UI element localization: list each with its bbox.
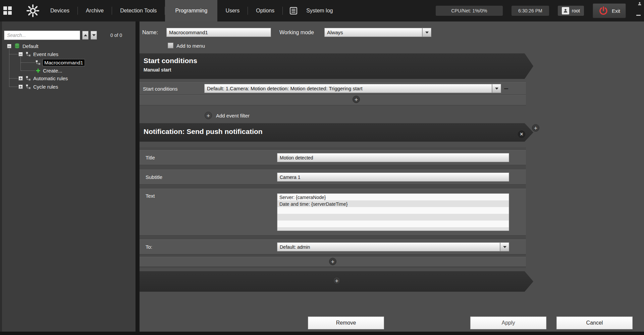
tree-guide — [9, 54, 18, 54]
exit-button[interactable]: Exit — [593, 3, 626, 18]
chevron-down-icon — [503, 246, 506, 248]
to-field-label: To: — [146, 244, 152, 250]
menu-devices[interactable]: Devices — [42, 8, 77, 14]
menu-separator — [282, 7, 283, 15]
working-mode-value[interactable] — [324, 28, 422, 37]
text-input[interactable]: Server: {cameraNode} Date and time: {ser… — [277, 193, 509, 231]
tree-item-label[interactable]: Event rules — [33, 51, 58, 57]
tree-item-label[interactable]: Automatic rules — [33, 76, 68, 81]
add-condition-row — [140, 95, 526, 105]
object-tree: Default Event rules Macrocommand1 — [0, 21, 136, 332]
app-window: Devices Archive Detection Tools Programm… — [0, 0, 644, 335]
chevron-down-icon — [495, 88, 498, 90]
cancel-button[interactable]: Cancel — [556, 317, 633, 329]
tree-item-create[interactable]: Create... — [36, 67, 62, 74]
topbar-status-cluster: CPU/Net: 1%/0% 6:30:26 PM root Exit — [436, 3, 626, 18]
tree-item-label[interactable]: Create... — [43, 68, 62, 74]
tree-collapse-toggle[interactable] — [18, 52, 23, 56]
add-event-filter-label[interactable]: Add event filter — [216, 113, 250, 118]
start-condition-value[interactable] — [204, 84, 492, 93]
to-value[interactable] — [277, 242, 500, 251]
name-label: Name: — [142, 30, 158, 36]
start-condition-dropdown[interactable] — [204, 84, 501, 93]
cpu-net-indicator: CPU/Net: 1%/0% — [436, 6, 503, 16]
start-conditions-banner: Start conditions Manual start — [140, 53, 533, 79]
user-icon — [562, 7, 569, 14]
session-user-icon[interactable] — [637, 1, 642, 7]
system-log-group: System log — [284, 6, 341, 15]
rules-icon — [25, 51, 31, 57]
menu-programming-active-tab[interactable]: Programming — [165, 0, 217, 21]
tree-item-label[interactable]: Cycle rules — [33, 84, 58, 90]
object-tree-panel: 0 of 0 Default — [0, 21, 136, 332]
status-strip — [0, 332, 644, 335]
remove-button[interactable]: Remove — [308, 317, 384, 329]
add-action-button[interactable]: + — [532, 124, 539, 132]
tree-item-cycle-rules[interactable]: Cycle rules — [18, 83, 58, 90]
tree-item-label-selected[interactable]: Macrocommand1 — [43, 59, 85, 66]
settings-gear-icon[interactable] — [26, 4, 40, 17]
server-database-icon — [14, 43, 20, 49]
tree-guide — [20, 57, 21, 70]
tree-item-default[interactable]: Default — [7, 42, 39, 50]
dropdown-arrow-button[interactable] — [492, 84, 501, 93]
macro-editor-panel: Name: Working mode Add to menu Start con… — [140, 21, 644, 332]
rules-icon — [25, 84, 31, 89]
clock: 6:30:26 PM — [512, 6, 549, 16]
tree-expand-toggle[interactable] — [18, 76, 23, 81]
tree-item-label[interactable]: Default — [22, 43, 39, 49]
add-new-action-button[interactable]: + — [333, 277, 340, 284]
create-plus-icon — [36, 68, 41, 73]
to-dropdown[interactable] — [277, 242, 509, 251]
rules-icon — [25, 76, 31, 81]
tree-item-automatic-rules[interactable]: Automatic rules — [18, 75, 68, 82]
top-menu-bar: Devices Archive Detection Tools Programm… — [0, 0, 644, 21]
add-to-menu-label: Add to menu — [176, 43, 205, 49]
start-conditions-title: Start conditions — [140, 53, 533, 65]
tree-guide — [21, 62, 35, 63]
add-event-filter-icon[interactable]: + — [205, 112, 212, 119]
menu-detection-tools[interactable]: Detection Tools — [112, 8, 165, 14]
dropdown-arrow-button[interactable] — [500, 242, 509, 251]
macro-icon — [35, 60, 41, 65]
minimize-icon[interactable] — [636, 15, 641, 16]
tree-guide — [9, 87, 18, 87]
tree-item-macrocommand1[interactable]: Macrocommand1 — [35, 59, 85, 66]
system-log-icon[interactable] — [289, 6, 298, 15]
working-mode-label: Working mode — [279, 30, 314, 36]
start-conditions-row-label: Start conditions — [143, 86, 177, 92]
exit-label: Exit — [612, 8, 620, 14]
tree-item-event-rules[interactable]: Event rules — [18, 50, 58, 58]
notification-banner: Notification: Send push notification — [140, 123, 533, 142]
apply-button[interactable]: Apply — [470, 317, 546, 329]
menu-archive[interactable]: Archive — [78, 8, 112, 14]
title-field-label: Title — [146, 155, 155, 160]
panel-divider[interactable] — [136, 21, 140, 332]
notification-title: Notification: Send push notification — [140, 123, 533, 136]
chevron-down-icon — [425, 32, 429, 34]
subtitle-input[interactable] — [277, 173, 509, 182]
tree-guide — [9, 47, 9, 87]
app-launcher-icon[interactable] — [3, 6, 12, 15]
name-input[interactable] — [166, 28, 271, 37]
tree-collapse-toggle[interactable] — [7, 44, 11, 48]
add-to-menu-checkbox[interactable] — [168, 43, 173, 48]
working-mode-dropdown[interactable] — [324, 28, 431, 37]
menu-system-log[interactable]: System log — [298, 8, 341, 14]
power-icon — [598, 6, 608, 16]
remove-condition-button[interactable]: − — [504, 85, 508, 93]
dropdown-arrow-button[interactable] — [422, 28, 431, 37]
current-user-badge[interactable]: root — [558, 6, 584, 16]
menu-options[interactable]: Options — [248, 8, 282, 14]
add-recipient-button[interactable]: + — [329, 258, 336, 265]
close-action-button[interactable]: × — [518, 131, 525, 138]
subtitle-field-label: Subtitle — [146, 174, 162, 180]
user-name: root — [572, 8, 580, 13]
tree-guide — [21, 70, 35, 71]
tree-expand-toggle[interactable] — [18, 85, 23, 89]
menu-users[interactable]: Users — [217, 8, 248, 14]
add-condition-button[interactable]: + — [353, 96, 360, 103]
title-input[interactable] — [277, 153, 509, 162]
main-menu: Devices Archive Detection Tools Programm… — [42, 0, 283, 21]
start-conditions-subtitle: Manual start — [140, 65, 533, 73]
